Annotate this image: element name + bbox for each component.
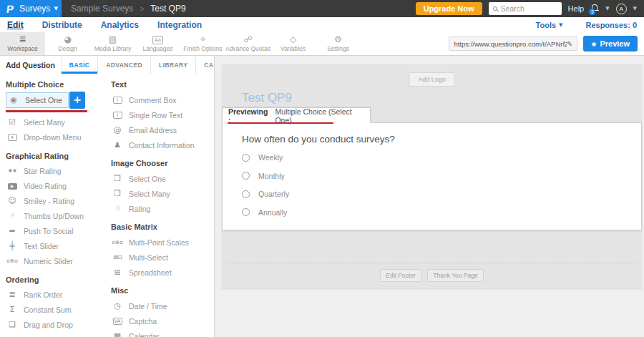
item-label: Video Rating [24,182,67,190]
question-type-drag-and-drop[interactable]: ❏ Drag and Drop [6,318,111,333]
breadcrumb-current: Test QP9 [150,4,185,14]
question-type-multi-select[interactable]: ⊠⊡ Multi-Select [111,250,214,265]
question-type-star-rating[interactable]: ★★ Star Rating [6,164,111,179]
tool-label: Design [58,45,77,52]
tab-distribute[interactable]: Distribute [42,20,82,30]
question-type-multi-point-scales[interactable]: o⊕o Multi-Point Scales [111,235,214,250]
question-type-image-select-one[interactable]: ❐ Select One [111,171,214,186]
tool-media-library[interactable]: ▧ Media Library [90,32,135,55]
chevron-down-icon: ▼ [54,6,57,11]
radio-button-icon[interactable] [242,190,250,198]
thank-you-page-button[interactable]: Thank You Page [427,269,483,282]
question-type-image-select-many[interactable]: ❒ Select Many [111,186,214,201]
avatar[interactable]: A [616,4,627,14]
question-type-smiley-rating[interactable]: ☺ Smiley - Rating [6,194,111,209]
tab-basic[interactable]: BASIC [61,57,97,74]
search-input[interactable] [501,4,558,13]
item-label: Multi-Point Scales [129,238,189,247]
tool-finish-options[interactable]: ✧ Finish Options [180,32,225,55]
question-type-video-rating[interactable]: ▶ Video Rating [6,179,111,194]
question-type-email-address[interactable]: @ Email Address [111,122,214,137]
item-label: Select One [25,96,62,104]
multi-select-icon: ⊠⊡ [111,253,124,262]
question-type-numeric-slider[interactable]: o⊕o Numeric Slider [6,254,111,269]
tool-label: Finish Options [183,45,222,52]
tab-integration[interactable]: Integration [157,20,202,30]
tab-library[interactable]: LIBRARY [150,57,195,74]
question-type-push-to-social[interactable]: ➦ Push To Social [6,224,111,239]
tool-workspace[interactable]: ≣ Workspace [0,32,45,55]
questionpro-logo[interactable]: P [6,3,14,15]
tab-canvas[interactable]: CANVAS [195,57,215,74]
section-image-chooser: Image Chooser [111,159,214,167]
question-type-dropdown-menu[interactable]: ▾ Drop-down Menu [6,130,111,145]
responses-count[interactable]: Responses: 0 [585,21,637,29]
radio-button-icon[interactable] [242,172,250,180]
answer-option-annually[interactable]: Annually [242,208,289,217]
dropdown-icon: ▾ [8,134,17,141]
question-type-select-many[interactable]: ☑ Select Many [6,115,111,130]
survey-url-box[interactable]: ✎ [449,36,577,51]
radio-button-icon[interactable] [242,208,250,216]
tool-languages[interactable]: Aa Languages [135,32,180,55]
tool-settings[interactable]: ⚙ Settings [316,32,361,55]
breadcrumb-parent[interactable]: Sample Surveys [71,4,133,14]
active-item-underline [6,110,87,112]
item-label: Captcha [129,317,157,326]
question-type-contact-information[interactable]: ♟ Contact Information [111,137,214,152]
answer-option-weekly[interactable]: Weekly [242,153,289,162]
question-type-spreadsheet[interactable]: ⊞ Spreadsheet [111,265,214,280]
question-type-image-rating[interactable]: ☝ Rating [111,201,214,216]
upgrade-now-button[interactable]: Upgrade Now [416,2,482,15]
question-type-select-one-selected[interactable]: ◉ Select One + [6,92,111,112]
tool-label: Variables [280,45,306,52]
item-label: Numeric Slider [24,257,73,265]
question-type-text-slider[interactable]: ╪ Text Slider [6,239,111,254]
add-logo-button[interactable]: Add Logo [409,72,455,87]
at-sign-icon: @ [111,126,124,135]
question-type-date-time[interactable]: ◷ Date / Time [111,298,214,313]
notifications-bell-icon[interactable]: 3 [590,4,599,13]
eye-icon: ◉ [591,41,596,47]
survey-url-input[interactable] [454,40,567,48]
surveys-product-menu[interactable]: P Surveys ▼ [0,0,62,17]
tool-design[interactable]: ◕ Design [45,32,90,55]
account-chevron-icon[interactable]: ▼ [633,6,637,11]
item-label: Multi-Select [129,253,168,262]
person-icon: ♟ [111,141,124,150]
preview-button[interactable]: ◉ Preview [583,36,638,52]
search-icon [493,6,497,11]
section-graphical-rating: Graphical Rating [6,152,111,160]
question-type-thumbs-up-down[interactable]: ☝ Thumbs Up/Down [6,209,111,224]
image-select-one-icon: ❐ [111,175,124,183]
tag-icon: ◇ [290,35,296,44]
question-type-rank-order[interactable]: ≣ Rank Order [6,288,111,303]
question-type-comment-box[interactable]: I Comment Box [111,92,214,107]
add-question-plus-button[interactable]: + [69,92,85,109]
tools-menu[interactable]: Tools ▼ [536,21,563,29]
tab-analytics[interactable]: Analytics [101,20,139,30]
question-type-single-row-text[interactable]: I Single Row Text [111,107,214,122]
radio-button-icon[interactable] [242,154,250,162]
help-link[interactable]: Help [568,4,585,13]
tool-variables[interactable]: ◇ Variables [270,32,316,55]
main-nav: Edit Distribute Analytics Integration To… [0,17,644,32]
answer-option-monthly[interactable]: Monthly [242,172,289,180]
workspace-icon: ≣ [19,35,26,44]
question-type-calendar[interactable]: ▦ Calendar [111,328,214,337]
tool-label: Media Library [94,45,132,52]
image-icon: ▧ [109,35,117,44]
edit-footer-button[interactable]: Edit Footer [380,269,421,282]
notifications-chevron-icon[interactable]: ▼ [605,6,609,11]
tool-advance-quotas[interactable]: ☍ Advance Quotas [225,32,270,55]
question-type-captcha[interactable]: VA Captcha [111,313,214,328]
tab-advanced[interactable]: ADVANCED [97,57,150,74]
tab-edit[interactable]: Edit [7,20,24,30]
section-misc: Misc [111,286,214,295]
question-type-constant-sum[interactable]: Σ Constant Sum [6,303,111,318]
answer-option-quarterly[interactable]: Quarterly [242,190,289,198]
spreadsheet-grid-icon: ⊞ [111,268,124,277]
edit-url-pencil-icon[interactable]: ✎ [567,40,572,48]
tools-label: Tools [536,21,557,29]
search-box[interactable] [489,2,562,15]
